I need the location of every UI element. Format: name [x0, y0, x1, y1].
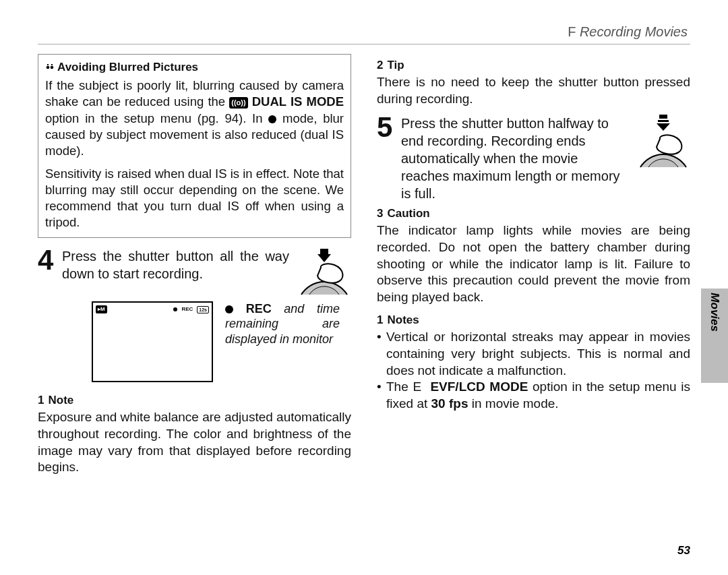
left-column: Avoiding Blurred Pictures If the subject… — [38, 54, 351, 476]
page-header: F Recording Movies — [38, 24, 690, 40]
dual-is-label: DUAL IS MODE — [252, 94, 344, 109]
page-number: 53 — [677, 544, 690, 557]
tip-heading: 2Tip — [377, 58, 690, 73]
svg-rect-6 — [659, 115, 667, 119]
monitor-rec-preview: ▸M REC 12s — [92, 301, 213, 382]
box-paragraph-1: If the subject is poorly lit, blurring c… — [45, 78, 344, 158]
manual-page: F Recording Movies Avoiding Blurred Pict… — [0, 0, 728, 575]
list-item: • Vertical or horizontal streaks may app… — [377, 329, 690, 379]
rec-caption-rec: REC — [246, 302, 272, 315]
box-paragraph-2: Sensitivity is raised when dual IS is in… — [45, 166, 344, 231]
box-title-text: Avoiding Blurred Pictures — [57, 60, 198, 75]
step-number: 4 — [38, 247, 58, 273]
shutter-press-full-figure — [297, 247, 351, 296]
rec-dot-icon — [225, 305, 233, 313]
rec-screen-row: ▸M REC 12s REC and time remaining are di… — [92, 301, 351, 382]
header-prefix: F — [568, 24, 576, 39]
notes-heading: 1Notes — [377, 313, 690, 328]
tip-text: There is no need to keep the shutter but… — [377, 74, 690, 107]
note-text: Exposure and white balance are adjusted … — [38, 409, 351, 476]
svg-point-1 — [51, 66, 54, 69]
time-remaining: 12s — [197, 306, 209, 313]
step-text: Press the shutter button halfway to end … — [401, 115, 628, 202]
note-item-1: Vertical or horizontal streaks may appea… — [386, 329, 690, 379]
lightbulb-icon — [45, 63, 55, 72]
notes-list: • Vertical or horizontal streaks may app… — [377, 329, 690, 412]
camera-mode-icon — [268, 115, 276, 123]
bullet-icon: • — [377, 329, 386, 379]
list-item: • The E EVF/LCD MODE option in the setup… — [377, 379, 690, 412]
mode-chip: ▸M — [96, 305, 107, 314]
header-rule — [38, 44, 690, 44]
rec-label: REC — [181, 306, 193, 313]
svg-point-0 — [47, 66, 50, 69]
evf-lcd-mode-label: EVF/LCD MODE — [430, 380, 528, 394]
rec-caption-rest: and time remaining are displayed in moni… — [225, 302, 340, 346]
svg-rect-2 — [47, 64, 49, 65]
dual-is-icon: ((o)) — [229, 97, 247, 108]
shutter-press-half-figure — [636, 115, 690, 169]
section-tab-label: Movies — [708, 293, 721, 332]
note-heading: 1Note — [38, 393, 351, 408]
bullet-icon: • — [377, 379, 386, 412]
svg-marker-8 — [657, 123, 670, 131]
svg-marker-5 — [317, 254, 331, 262]
setup-e-prefix: E — [413, 380, 421, 394]
right-column: 2Tip There is no need to keep the shutte… — [377, 54, 690, 476]
step-number: 5 — [377, 115, 397, 140]
caution-heading: 3Caution — [377, 206, 690, 221]
svg-rect-4 — [320, 249, 328, 254]
svg-rect-7 — [658, 120, 669, 122]
box-title: Avoiding Blurred Pictures — [45, 60, 344, 75]
note-item-2: The E EVF/LCD MODE option in the setup m… — [386, 379, 690, 412]
caution-text: The indicator lamp lights while movies a… — [377, 222, 690, 305]
header-title: Recording Movies — [580, 24, 688, 39]
svg-rect-3 — [51, 64, 53, 65]
rec-caption: REC and time remaining are displayed in … — [225, 301, 340, 347]
step-4: 4 Press the shutter button all the way d… — [38, 247, 351, 296]
step-text: Press the shutter button all the way dow… — [62, 247, 289, 282]
callout-box-avoiding-blur: Avoiding Blurred Pictures If the subject… — [38, 54, 351, 238]
step-5: 5 Press the shutter button halfway to en… — [377, 115, 690, 202]
fps-value: 30 fps — [431, 396, 468, 411]
columns: Avoiding Blurred Pictures If the subject… — [38, 54, 690, 476]
rec-dot-icon — [173, 307, 177, 311]
